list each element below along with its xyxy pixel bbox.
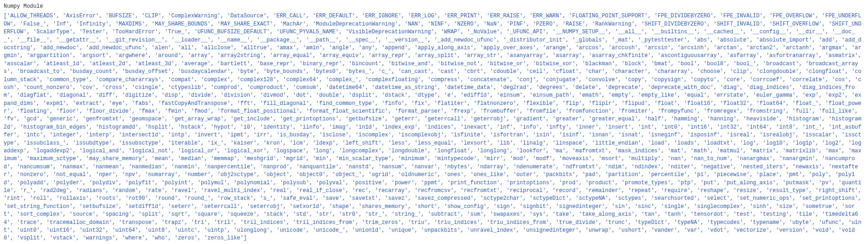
section-title: Numpy Module xyxy=(4,3,864,10)
numpy-dir-listing: ['ALLOW_THREADS', 'AxisError', 'BUFSIZE'… xyxy=(4,12,864,242)
